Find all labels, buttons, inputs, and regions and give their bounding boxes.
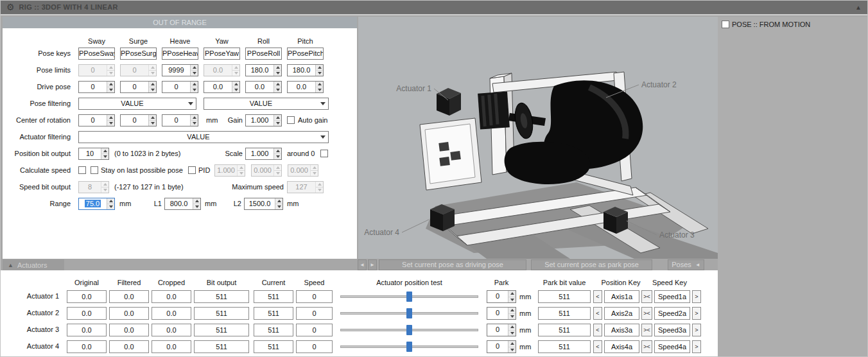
spinner-buttons[interactable] [508, 341, 516, 353]
spinner-down-icon[interactable] [191, 121, 198, 126]
actuator-position-slider[interactable] [340, 324, 478, 336]
spinner-up-icon[interactable] [274, 115, 281, 121]
spinner-buttons[interactable] [237, 165, 245, 176]
spinner-buttons[interactable] [315, 182, 323, 193]
pose-prev-button[interactable]: ◄ [358, 259, 367, 270]
position-key-prev-button[interactable]: < [593, 324, 602, 336]
spinner-down-icon[interactable] [316, 87, 323, 92]
speed-bit-output-input[interactable]: 8 [78, 181, 109, 193]
spinner-buttons[interactable] [107, 65, 114, 76]
speed-key-next-button[interactable]: > [692, 290, 701, 303]
spinner-buttons[interactable] [107, 115, 114, 126]
spinner-up-icon[interactable] [274, 65, 281, 71]
spinner-up-icon[interactable] [274, 82, 281, 87]
spinner-down-icon[interactable] [107, 87, 114, 92]
drive-pose-roll-input[interactable]: 0.0 [245, 81, 282, 93]
slider-handle[interactable] [406, 342, 412, 352]
pose-limit-surge-input[interactable]: 0 [120, 64, 157, 76]
spinner-down-icon[interactable] [191, 71, 198, 76]
spinner-up-icon[interactable] [316, 65, 323, 71]
spinner-up-icon[interactable] [191, 115, 198, 121]
stay-last-pose-checkbox[interactable] [91, 166, 98, 174]
spinner-buttons[interactable] [273, 148, 281, 159]
spinner-buttons[interactable] [193, 198, 200, 209]
spinner-up-icon[interactable] [107, 65, 114, 71]
spinner-up-icon[interactable] [238, 165, 245, 171]
pose-from-motion-checkbox[interactable] [722, 21, 729, 28]
spinner-down-icon[interactable] [274, 171, 281, 176]
spinner-down-icon[interactable] [274, 121, 281, 126]
spinner-buttons[interactable] [107, 82, 114, 92]
spinner-down-icon[interactable] [191, 87, 198, 92]
slider-handle[interactable] [406, 325, 412, 335]
maximum-speed-input[interactable]: 127 [287, 181, 324, 193]
spinner-down-icon[interactable] [508, 297, 516, 303]
drive-pose-yaw-input[interactable]: 0.0 [204, 81, 240, 93]
spinner-buttons[interactable] [315, 65, 323, 76]
spinner-down-icon[interactable] [508, 331, 516, 336]
park-input[interactable]: 0 [487, 307, 516, 320]
spinner-up-icon[interactable] [107, 198, 114, 204]
drive-pose-heave-input[interactable]: 0 [162, 81, 198, 93]
spinner-up-icon[interactable] [508, 291, 516, 297]
speed-key-next-button[interactable]: > [692, 307, 701, 320]
park-input[interactable]: 0 [487, 340, 516, 353]
pose-key-roll-input[interactable]: PPoseRoll [245, 48, 282, 60]
pose-limit-yaw-input[interactable]: 0.0 [204, 64, 240, 76]
drive-pose-sway-input[interactable]: 0 [78, 81, 115, 93]
spinner-up-icon[interactable] [311, 165, 318, 171]
spinner-buttons[interactable] [190, 65, 198, 76]
position-key-prev-button[interactable]: < [593, 307, 602, 320]
spinner-down-icon[interactable] [311, 171, 318, 176]
spinner-buttons[interactable] [148, 115, 156, 126]
spinner-up-icon[interactable] [149, 65, 156, 71]
drive-pose-pitch-input[interactable]: 0.0 [287, 81, 324, 93]
range-input[interactable]: 75.0 [78, 198, 115, 210]
rig-3d-view[interactable]: Actuator 1 Actuator 2 Actuator 3 Actuato… [358, 17, 718, 259]
spinner-buttons[interactable] [508, 308, 516, 319]
spinner-down-icon[interactable] [274, 71, 281, 76]
spinner-up-icon[interactable] [149, 115, 156, 121]
spinner-up-icon[interactable] [316, 182, 323, 187]
actuator-position-slider[interactable] [340, 307, 478, 320]
spinner-up-icon[interactable] [107, 82, 114, 87]
position-key-field[interactable]: Axis4a [604, 340, 639, 353]
pose-limit-roll-input[interactable]: 180.0 [245, 64, 282, 76]
position-key-prev-button[interactable]: < [593, 340, 602, 353]
spinner-buttons[interactable] [148, 82, 156, 92]
pose-key-surge-input[interactable]: PPoseSurge [120, 48, 157, 60]
spinner-down-icon[interactable] [149, 71, 156, 76]
swap-keys-button[interactable]: >< [641, 340, 652, 353]
pose-key-sway-input[interactable]: PPoseSway [78, 48, 115, 60]
spinner-buttons[interactable] [101, 148, 108, 159]
swap-keys-button[interactable]: >< [641, 324, 652, 336]
spinner-buttons[interactable] [190, 82, 198, 92]
actuator-filtering-dropdown[interactable]: VALUE [78, 131, 329, 143]
actuator-position-slider[interactable] [340, 340, 478, 353]
calculate-speed-checkbox[interactable] [78, 166, 86, 174]
speed-key-field[interactable]: Speed3a [654, 324, 690, 336]
slider-handle[interactable] [406, 308, 412, 318]
spinner-down-icon[interactable] [107, 204, 114, 209]
speed-key-next-button[interactable]: > [692, 324, 701, 336]
gain-input[interactable]: 1.000 [245, 114, 282, 126]
spinner-down-icon[interactable] [316, 71, 323, 76]
park-input[interactable]: 0 [487, 290, 516, 303]
pose-limit-sway-input[interactable]: 0 [78, 64, 115, 76]
l2-input[interactable]: 1500.0 [244, 198, 283, 210]
spinner-up-icon[interactable] [508, 308, 516, 314]
spinner-down-icon[interactable] [101, 187, 108, 193]
center-of-rotation-y-input[interactable]: 0 [120, 114, 157, 126]
spinner-buttons[interactable] [508, 324, 516, 336]
center-of-rotation-x-input[interactable]: 0 [78, 114, 115, 126]
spinner-down-icon[interactable] [508, 314, 516, 320]
around-zero-checkbox[interactable] [320, 150, 328, 157]
spinner-buttons[interactable] [273, 165, 281, 176]
spinner-buttons[interactable] [273, 82, 281, 92]
spinner-buttons[interactable] [232, 82, 239, 92]
spinner-down-icon[interactable] [274, 154, 281, 159]
spinner-up-icon[interactable] [101, 148, 108, 154]
speed-key-field[interactable]: Speed1a [654, 290, 690, 303]
park-input[interactable]: 0 [487, 324, 516, 336]
spinner-down-icon[interactable] [149, 121, 156, 126]
